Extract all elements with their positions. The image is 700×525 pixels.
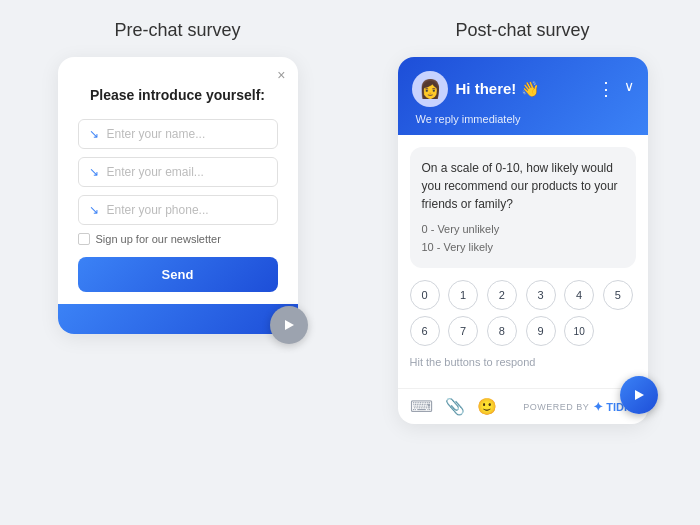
number-5-button[interactable]: 5 <box>603 280 633 310</box>
send-button[interactable]: Send <box>78 257 278 292</box>
name-icon: ↘ <box>89 127 99 141</box>
avatar-greeting: 👩 Hi there! 👋 <box>412 71 540 107</box>
newsletter-label: Sign up for our newsletter <box>96 233 221 245</box>
email-input-field[interactable]: ↘ Enter your email... <box>78 157 278 187</box>
email-icon: ↘ <box>89 165 99 179</box>
smiley-icon[interactable]: 🙂 <box>477 397 497 416</box>
number-1-button[interactable]: 1 <box>448 280 478 310</box>
tidio-icon: ✦ <box>593 400 603 414</box>
number-10-button[interactable]: 10 <box>564 316 594 346</box>
name-placeholder: Enter your name... <box>107 127 206 141</box>
reply-text: We reply immediately <box>412 113 634 125</box>
pre-chat-bottom-wave <box>58 304 298 334</box>
pre-chat-wrapper: × Please introduce yourself: ↘ Enter you… <box>58 57 298 334</box>
post-chat-header-top: 👩 Hi there! 👋 ⋮ ∨ <box>412 71 634 107</box>
survey-bubble: On a scale of 0-10, how likely would you… <box>410 147 636 268</box>
hit-buttons-text: Hit the buttons to respond <box>410 356 636 368</box>
post-chat-footer: ⌨ 📎 🙂 POWERED BY ✦ TIDIO <box>398 388 648 424</box>
post-chat-wrapper: 👩 Hi there! 👋 ⋮ ∨ We reply immediately O… <box>398 57 648 424</box>
emoji-keyboard-icon[interactable]: ⌨ <box>410 397 433 416</box>
pre-chat-panel: Pre-chat survey × Please introduce yours… <box>20 20 335 334</box>
powered-text: POWERED BY <box>523 402 589 412</box>
phone-placeholder: Enter your phone... <box>107 203 209 217</box>
name-input-field[interactable]: ↘ Enter your name... <box>78 119 278 149</box>
avatar: 👩 <box>412 71 448 107</box>
pre-chat-title: Pre-chat survey <box>114 20 240 41</box>
phone-input-field[interactable]: ↘ Enter your phone... <box>78 195 278 225</box>
powered-by: POWERED BY ✦ TIDIO <box>523 400 635 414</box>
survey-scale-high: 10 - Very likely <box>422 239 624 257</box>
footer-icons: ⌨ 📎 🙂 <box>410 397 497 416</box>
post-chat-panel: Post-chat survey 👩 Hi there! 👋 ⋮ ∨ <box>365 20 680 424</box>
play-icon <box>285 320 294 330</box>
attachment-icon[interactable]: 📎 <box>445 397 465 416</box>
number-grid: 0 1 2 3 4 5 6 7 8 9 10 <box>410 280 636 346</box>
number-3-button[interactable]: 3 <box>526 280 556 310</box>
post-chat-header: 👩 Hi there! 👋 ⋮ ∨ We reply immediately <box>398 57 648 135</box>
number-0-button[interactable]: 0 <box>410 280 440 310</box>
newsletter-row: Sign up for our newsletter <box>78 233 278 245</box>
header-actions: ⋮ ∨ <box>597 78 634 100</box>
pre-chat-card: × Please introduce yourself: ↘ Enter you… <box>58 57 298 334</box>
phone-icon: ↘ <box>89 203 99 217</box>
number-9-button[interactable]: 9 <box>526 316 556 346</box>
survey-question: On a scale of 0-10, how likely would you… <box>422 159 624 213</box>
close-button[interactable]: × <box>277 67 285 83</box>
number-8-button[interactable]: 8 <box>487 316 517 346</box>
email-placeholder: Enter your email... <box>107 165 204 179</box>
post-chat-title: Post-chat survey <box>455 20 589 41</box>
number-7-button[interactable]: 7 <box>448 316 478 346</box>
pre-chat-play-button[interactable] <box>270 306 308 344</box>
post-chat-body: On a scale of 0-10, how likely would you… <box>398 135 648 388</box>
post-chat-play-button[interactable] <box>620 376 658 414</box>
newsletter-checkbox[interactable] <box>78 233 90 245</box>
greeting-text: Hi there! 👋 <box>456 80 540 98</box>
play-icon-post <box>635 390 644 400</box>
number-4-button[interactable]: 4 <box>564 280 594 310</box>
survey-scale-low: 0 - Very unlikely <box>422 221 624 239</box>
number-6-button[interactable]: 6 <box>410 316 440 346</box>
avatar-emoji: 👩 <box>419 78 441 100</box>
pre-chat-heading: Please introduce yourself: <box>78 87 278 103</box>
post-chat-card: 👩 Hi there! 👋 ⋮ ∨ We reply immediately O… <box>398 57 648 424</box>
number-2-button[interactable]: 2 <box>487 280 517 310</box>
chevron-down-icon[interactable]: ∨ <box>624 78 634 100</box>
more-options-icon[interactable]: ⋮ <box>597 78 616 100</box>
